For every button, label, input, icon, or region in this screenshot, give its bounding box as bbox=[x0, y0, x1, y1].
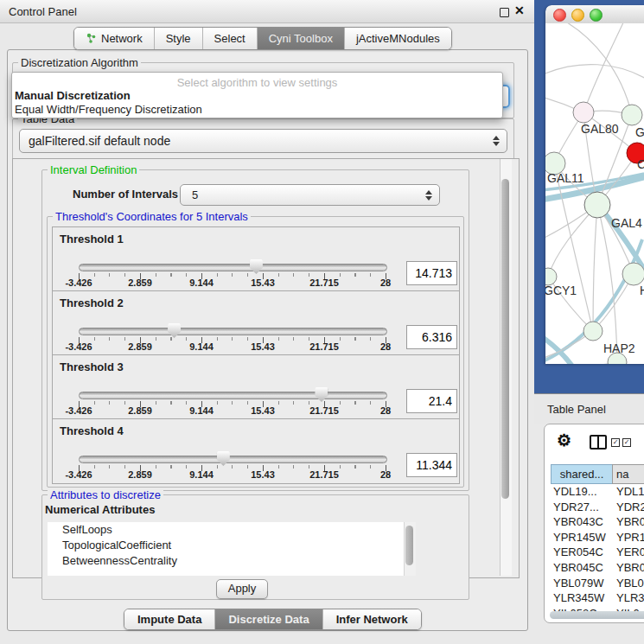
table-data-combobox[interactable]: galFiltered.sif default node bbox=[19, 129, 507, 153]
close-icon[interactable]: ✕ bbox=[514, 3, 525, 17]
slider-track[interactable] bbox=[79, 456, 387, 463]
threshold-label: Threshold 3 bbox=[60, 360, 124, 373]
top-tab-bar: NetworkStyleSelectCyni ToolboxjActiveMNo… bbox=[73, 27, 452, 50]
threshold-label: Threshold 1 bbox=[60, 233, 124, 245]
tab-network[interactable]: Network bbox=[74, 28, 154, 49]
attribute-item-topologicalcoefficient[interactable]: TopologicalCoefficient bbox=[48, 538, 415, 553]
tab-impute-data[interactable]: Impute Data bbox=[124, 609, 214, 629]
popup-option-manual-discretization[interactable]: Manual Discretization bbox=[14, 89, 499, 102]
number-of-intervals-label: Number of Intervals bbox=[73, 188, 178, 201]
cell-name: YBR0 bbox=[612, 560, 644, 576]
scale-label: 28 bbox=[380, 277, 391, 288]
close-traffic-light-icon[interactable] bbox=[553, 9, 566, 22]
scale-label: -3.426 bbox=[65, 469, 92, 480]
network-icon bbox=[86, 33, 97, 44]
number-of-intervals-value: 5 bbox=[181, 185, 439, 206]
scale-label: 28 bbox=[380, 405, 391, 416]
slider-thumb[interactable] bbox=[217, 451, 230, 466]
table-row[interactable]: YER054CYER0 bbox=[551, 545, 644, 560]
tab-label: Network bbox=[101, 28, 143, 49]
tab-select[interactable]: Select bbox=[202, 28, 257, 49]
interval-definition-title: Interval Definition bbox=[48, 163, 139, 176]
cell-shared-name: YPR145W bbox=[551, 530, 612, 545]
threshold-value-field[interactable] bbox=[406, 389, 457, 413]
slider-thumb[interactable] bbox=[168, 323, 181, 338]
gear-icon[interactable]: ⚙ bbox=[557, 430, 571, 450]
cell-name: YDR2 bbox=[612, 500, 644, 515]
scale-label: 2.859 bbox=[128, 405, 152, 416]
list-scrollbar-thumb[interactable] bbox=[405, 526, 413, 565]
panel-title: Control Panel bbox=[9, 5, 77, 18]
float-window-icon[interactable] bbox=[500, 8, 509, 17]
table-row[interactable]: YDR27...YDR2 bbox=[551, 500, 644, 515]
threshold-value-field[interactable] bbox=[406, 453, 457, 477]
cell-name: YPR1 bbox=[612, 530, 644, 545]
algorithm-dropdown-popup: Select algorithm to view settings Manual… bbox=[11, 72, 503, 118]
tab-label: Style bbox=[166, 28, 191, 49]
tab-infer-network[interactable]: Infer Network bbox=[322, 609, 421, 629]
table-row[interactable]: YBL079WYBL0 bbox=[551, 576, 644, 591]
slider-track[interactable] bbox=[79, 264, 387, 271]
table-hscrollbar-thumb[interactable] bbox=[550, 611, 644, 619]
network-window-titlebar[interactable] bbox=[545, 5, 644, 24]
threshold-box-3: Threshold 3 -3.4262.8599.14415.4321.7152… bbox=[52, 354, 460, 420]
node-top-right bbox=[622, 105, 642, 125]
cell-shared-name: YBL079W bbox=[551, 576, 612, 591]
minimize-traffic-light-icon[interactable] bbox=[571, 9, 584, 22]
tab-label: Cyni Toolbox bbox=[269, 28, 333, 49]
scale-label: 2.859 bbox=[128, 341, 152, 352]
tab-discretize-data[interactable]: Discretize Data bbox=[214, 609, 322, 629]
label-h: H bbox=[640, 284, 644, 297]
node-gcy1 bbox=[545, 268, 557, 285]
number-of-intervals-combobox[interactable]: 5 bbox=[180, 184, 440, 206]
scale-label: 28 bbox=[380, 469, 391, 480]
threshold-label: Threshold 2 bbox=[60, 296, 124, 309]
node-hap2 bbox=[583, 322, 603, 341]
tab-style[interactable]: Style bbox=[154, 28, 202, 49]
column-visibility-icon-2[interactable]: ✓ bbox=[622, 438, 631, 447]
slider-thumb[interactable] bbox=[315, 387, 328, 402]
popup-option-equal-width-frequency[interactable]: Equal Width/Frequency Discretization bbox=[14, 103, 499, 116]
table-row[interactable]: YBR043CYBR0 bbox=[551, 514, 644, 530]
slider-track[interactable] bbox=[79, 392, 387, 399]
slider-scale-labels: -3.4262.8599.14415.4321.71528 bbox=[53, 469, 459, 481]
column-visibility-icon[interactable]: ✓ bbox=[611, 438, 620, 447]
label-hap2: HAP2 bbox=[603, 341, 635, 355]
column-header-shared-name[interactable]: shared... bbox=[551, 464, 613, 484]
tab-label: Infer Network bbox=[336, 609, 408, 629]
attribute-item-selfloops[interactable]: SelfLoops bbox=[48, 522, 415, 538]
cell-name: YLR3 bbox=[612, 590, 644, 606]
settings-scrollbar-thumb[interactable] bbox=[501, 179, 509, 499]
threshold-value-field[interactable] bbox=[406, 261, 457, 285]
attribute-item-betweennesscentrality[interactable]: BetweennessCentrality bbox=[48, 553, 415, 569]
tab-jactivemnodules[interactable]: jActiveMNodules bbox=[344, 28, 451, 49]
table-row[interactable]: YBR045CYBR0 bbox=[551, 560, 644, 576]
discretization-algorithm-title: Discretization Algorithm bbox=[18, 56, 141, 69]
scale-label: 28 bbox=[380, 341, 391, 352]
label-gal80: GAL80 bbox=[581, 122, 619, 136]
screen: Control Panel ✕ NetworkStyleSelectCyni T… bbox=[0, 0, 644, 644]
nodes[interactable] bbox=[545, 102, 644, 364]
thresholds-group-title: Threshold's Coordinates for 5 Intervals bbox=[53, 210, 251, 223]
table-row[interactable]: YDL19...YDL1 bbox=[551, 484, 644, 500]
table-row[interactable]: YPR145WYPR1 bbox=[551, 530, 644, 545]
table-data-value: galFiltered.sif default node bbox=[20, 130, 507, 152]
apply-button[interactable]: Apply bbox=[216, 579, 268, 599]
tab-cyni-toolbox[interactable]: Cyni Toolbox bbox=[257, 28, 344, 49]
network-window: GAL80 GA C GAL11 GAL4 GCY1 H HAP2 bbox=[545, 5, 644, 364]
slider-thumb[interactable] bbox=[250, 259, 263, 274]
split-view-icon[interactable] bbox=[590, 435, 607, 450]
table-panel-title: Table Panel bbox=[547, 403, 606, 416]
table-panel-titlebar: Table Panel bbox=[534, 393, 644, 424]
cell-shared-name: YDL19... bbox=[551, 484, 612, 500]
threshold-label: Threshold 4 bbox=[60, 424, 124, 437]
table-row[interactable]: YLR345WYLR3 bbox=[551, 590, 644, 606]
threshold-value-field[interactable] bbox=[406, 325, 457, 349]
scale-label: 9.144 bbox=[189, 341, 214, 352]
network-canvas[interactable]: GAL80 GA C GAL11 GAL4 GCY1 H HAP2 bbox=[545, 23, 644, 364]
threshold-box-1: Threshold 1 -3.4262.8599.14415.4321.7152… bbox=[52, 226, 460, 292]
column-header-name[interactable]: na bbox=[612, 464, 644, 484]
label-gal11: GAL11 bbox=[547, 171, 584, 185]
zoom-traffic-light-icon[interactable] bbox=[590, 9, 603, 22]
slider-track[interactable] bbox=[79, 328, 387, 335]
